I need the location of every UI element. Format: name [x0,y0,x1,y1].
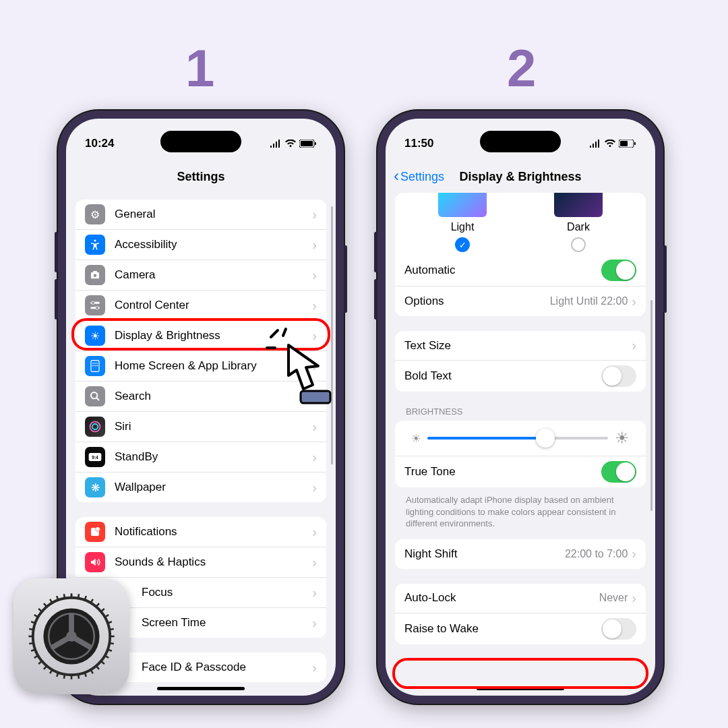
svg-point-22 [96,527,100,532]
row-label: True Tone [404,465,601,479]
nav-title: Display & Brightness [459,170,581,184]
svg-point-11 [94,363,96,364]
appearance-dark[interactable]: Dark [554,193,603,252]
row-label: Raise to Wake [404,622,601,636]
row-accessibility[interactable]: Accessibility › [75,230,326,260]
svg-line-50 [50,670,52,674]
row-siri[interactable]: Siri › [75,412,326,442]
row-label: Control Center [115,299,308,312]
chevron-right-icon: › [312,207,317,222]
row-label: Sounds & Haptics [115,555,308,569]
row-label: Focus [115,586,308,599]
camera-icon [85,265,105,285]
row-raise-to-wake[interactable]: Raise to Wake [395,613,646,644]
raise-to-wake-toggle[interactable] [601,618,636,640]
true-tone-hint: Automatically adapt iPhone display based… [395,490,646,539]
row-standby[interactable]: 9:4 StandBy › [75,442,326,473]
row-label: Notifications [115,525,308,539]
row-label: Automatic [404,264,601,277]
svg-line-37 [109,629,113,630]
notifications-icon [85,522,105,542]
svg-rect-25 [620,141,628,146]
row-label: Text Size [404,339,628,353]
mode-label: Dark [567,221,590,233]
tap-pointer-icon [263,325,344,413]
dynamic-island [160,131,241,152]
svg-point-15 [96,365,98,367]
svg-line-55 [29,643,33,644]
svg-rect-23 [301,391,330,403]
sounds-icon [85,552,105,572]
row-true-tone[interactable]: True Tone [395,456,646,487]
row-options[interactable]: Options Light Until 22:00 › [395,286,646,316]
svg-line-35 [105,615,109,617]
svg-line-46 [78,674,79,678]
svg-rect-1 [301,141,313,146]
row-general[interactable]: ⚙︎ General › [75,200,326,230]
gear-icon: ⚙︎ [85,204,105,224]
row-value: Light Until 22:00 [550,295,628,307]
svg-line-44 [91,670,93,674]
accessibility-icon [85,235,105,255]
row-automatic[interactable]: Automatic [395,255,646,286]
svg-line-34 [101,609,104,611]
svg-point-4 [94,274,97,278]
wallpaper-icon: ❋ [85,477,105,497]
sun-big-icon: ☀︎ [615,429,630,448]
home-screen-icon [85,356,105,376]
svg-rect-2 [315,142,316,145]
row-label: General [115,208,308,221]
row-label: Accessibility [115,238,308,251]
chevron-right-icon: › [312,480,317,495]
back-button[interactable]: ‹Settings [394,168,444,185]
step-number-2: 2 [507,38,536,99]
svg-point-13 [92,365,94,367]
wifi-icon [604,140,616,148]
row-text-size[interactable]: Text Size › [395,331,646,361]
status-icons [589,140,636,148]
automatic-toggle[interactable] [601,260,636,281]
row-camera[interactable]: Camera › [75,260,326,291]
svg-line-57 [29,629,33,630]
row-label: Wallpaper [115,481,308,494]
display-settings-content[interactable]: Light ✓ Dark Automatic Op [386,193,655,696]
row-label: StandBy [115,450,308,464]
row-wallpaper[interactable]: ❋ Wallpaper › [75,473,326,502]
row-label: Options [404,295,550,308]
chevron-right-icon: › [312,615,317,631]
true-tone-toggle[interactable] [601,461,636,483]
control-center-icon [85,295,105,315]
row-label: Camera [115,268,308,282]
home-indicator[interactable] [157,687,245,690]
row-sounds[interactable]: Sounds & Haptics › [75,547,326,578]
svg-point-8 [96,307,99,310]
home-indicator[interactable] [477,687,564,690]
svg-line-51 [44,666,47,669]
row-auto-lock[interactable]: Auto-Lock Never › [395,584,646,613]
row-label: Bold Text [404,369,601,383]
radio-checked-icon: ✓ [455,237,470,252]
svg-line-42 [101,661,104,664]
section-brightness-label: Brightness [395,406,646,421]
header-title: Settings [66,160,336,193]
nav-bar: ‹Settings Display & Brightness [386,160,655,193]
row-night-shift[interactable]: Night Shift 22:00 to 7:00 › [395,539,646,569]
radio-unchecked-icon [571,237,586,252]
row-control-center[interactable]: Control Center › [75,291,326,321]
screen-display-brightness: 11:50 ‹Settings Display & Brightness Lig… [386,119,655,696]
signal-icon [589,140,601,148]
bold-text-toggle[interactable] [601,365,636,387]
brightness-slider[interactable] [427,437,608,439]
battery-icon [619,140,636,148]
row-label: Night Shift [404,547,565,561]
svg-point-10 [92,363,94,364]
row-notifications[interactable]: Notifications › [75,517,326,547]
svg-line-60 [38,609,42,611]
svg-line-41 [105,656,109,658]
svg-line-53 [34,656,38,658]
row-label: Screen Time [115,616,308,630]
chevron-left-icon: ‹ [394,166,399,185]
appearance-light[interactable]: Light ✓ [438,193,487,252]
chevron-right-icon: › [632,338,636,353]
row-bold-text[interactable]: Bold Text [395,361,646,392]
